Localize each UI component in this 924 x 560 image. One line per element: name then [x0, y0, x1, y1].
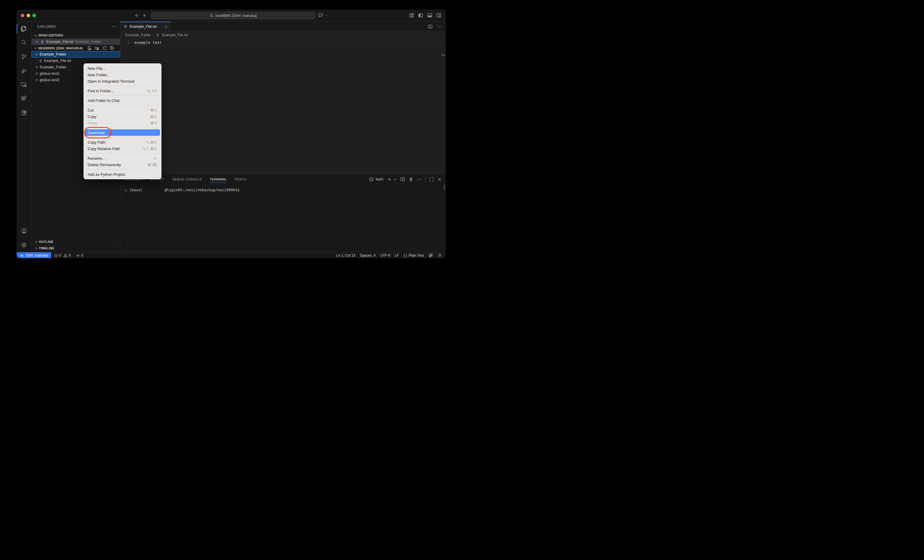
new-file-icon[interactable]	[87, 46, 92, 50]
kill-terminal-icon[interactable]	[409, 177, 413, 181]
extensions-icon	[21, 95, 27, 102]
close-window-button[interactable]	[21, 14, 24, 17]
breadcrumb-file[interactable]: Example_File.txt	[162, 33, 188, 37]
menu-item-rename[interactable]: Rename...↩	[85, 155, 160, 162]
menu-item-download[interactable]: Download...	[85, 129, 160, 136]
layout-customize-icon[interactable]	[409, 13, 414, 18]
tab-terminal[interactable]: TERMINAL	[210, 174, 227, 184]
code-line-text: example text	[134, 40, 162, 45]
sidebar-item-run-debug[interactable]	[16, 64, 31, 78]
ports-status[interactable]: 0	[76, 253, 83, 258]
menu-item-add-folder-to-chat[interactable]: Add Folder to Chat	[85, 97, 160, 104]
sidebar-item-extensions[interactable]	[16, 92, 31, 106]
indentation[interactable]: Spaces: 4	[360, 253, 375, 258]
menu-item-copy-path[interactable]: Copy Path⌥⌘C	[85, 139, 160, 145]
explorer-icon	[21, 25, 27, 32]
menu-item-copy[interactable]: Copy⌘C	[85, 113, 160, 120]
maximize-panel-icon[interactable]	[429, 177, 434, 181]
tab-ports[interactable]: PORTS	[235, 174, 246, 184]
split-editor-icon[interactable]	[428, 24, 432, 29]
remote-indicator[interactable]: SSH: mahuika	[16, 252, 51, 258]
more-actions-icon[interactable]	[437, 24, 441, 28]
open-editor-item[interactable]: Example_File.txt Example_Folder	[32, 39, 120, 45]
notifications-bell-icon[interactable]	[438, 253, 442, 258]
title-bar: nesi99991 [SSH: mahuika]	[16, 10, 446, 22]
outline-section[interactable]: OUTLINE	[32, 238, 120, 245]
menu-item-new-folder[interactable]: New Folder...	[85, 72, 160, 78]
menu-item-copy-relative-path[interactable]: Copy Relative Path⌥⇧⌘C	[85, 145, 160, 152]
sidebar-item-explorer[interactable]	[16, 22, 31, 36]
terminal-scrollbar[interactable]	[444, 185, 445, 190]
copilot-chat-icon[interactable]	[318, 13, 323, 18]
tab-debug-console[interactable]: DEBUG CONSOLE	[172, 174, 202, 184]
problems-status[interactable]: 0 0	[54, 253, 70, 258]
sidebar-title: EXPLORER	[38, 25, 56, 28]
ports-count: 0	[81, 253, 83, 258]
forward-arrow-icon[interactable]	[142, 13, 147, 18]
window-controls	[21, 14, 36, 17]
close-icon[interactable]	[164, 25, 168, 28]
settings-gear-icon	[21, 241, 27, 249]
warnings-count: 0	[69, 253, 70, 258]
chevron-down-icon	[34, 34, 37, 37]
breadcrumb[interactable]: Example_Folder › Example_File.txt	[120, 31, 446, 39]
chevron-down-icon[interactable]	[324, 14, 327, 17]
new-folder-icon[interactable]	[94, 46, 99, 50]
accounts-menu[interactable]	[16, 224, 31, 238]
breadcrumb-folder[interactable]: Example_Folder	[125, 33, 151, 37]
sidebar-item-remote-explorer[interactable]	[16, 78, 31, 92]
encoding[interactable]: UTF-8	[380, 253, 390, 258]
menu-item-add-as-python-project[interactable]: Add as Python Project	[85, 171, 160, 178]
menu-item-paste: Paste⌘V	[85, 120, 160, 126]
timeline-section[interactable]: TIMELINE	[32, 245, 120, 252]
toggle-panel-icon[interactable]	[427, 13, 432, 18]
collapse-all-icon[interactable]	[110, 46, 114, 50]
new-terminal-icon[interactable]	[387, 177, 392, 181]
copilot-disabled-icon[interactable]	[428, 253, 433, 258]
bottom-panel: PROBLEMS OUTPUT DEBUG CONSOLE TERMINAL P…	[120, 174, 446, 252]
eol-sequence[interactable]: LF	[395, 253, 399, 258]
tree-item-example-folder[interactable]: Example_Folder	[32, 51, 120, 57]
chevron-down-icon	[35, 52, 38, 56]
zoom-window-button[interactable]	[32, 14, 36, 17]
sidebar-item-github[interactable]	[16, 106, 31, 120]
refresh-icon[interactable]	[102, 46, 106, 50]
minimap-slider[interactable]	[441, 55, 446, 56]
menu-item-new-file[interactable]: New File...	[85, 65, 160, 72]
remote-icon	[20, 253, 24, 258]
tab-example-file[interactable]: Example_File.txt	[120, 22, 171, 31]
split-terminal-icon[interactable]	[400, 177, 405, 181]
breadcrumb-separator: ›	[153, 33, 154, 37]
chevron-right-icon	[35, 72, 38, 75]
terminal-picker-chevron-icon[interactable]	[394, 178, 397, 181]
minimize-window-button[interactable]	[27, 14, 30, 17]
menu-item-find-in-folder[interactable]: Find in Folder...⌥⇧F	[85, 88, 160, 94]
file-icon	[39, 59, 43, 63]
close-icon[interactable]	[35, 40, 39, 43]
menu-separator	[86, 153, 159, 154]
code-editor[interactable]: 1 example text	[120, 39, 446, 174]
menu-separator	[86, 169, 159, 170]
cursor-position[interactable]: Ln 1, Col 13	[336, 253, 356, 258]
menu-item-open-integrated-terminal[interactable]: Open in Integrated Terminal	[85, 78, 160, 84]
toggle-primary-sidebar-icon[interactable]	[418, 13, 423, 18]
sidebar-item-source-control[interactable]	[16, 49, 31, 64]
back-arrow-icon[interactable]	[134, 13, 139, 18]
open-editors-section[interactable]: OPEN EDITORS	[32, 32, 120, 39]
tree-item-example-file[interactable]: Example_File.txt	[32, 57, 120, 64]
sidebar-item-search[interactable]	[16, 36, 31, 49]
more-actions-icon[interactable]	[417, 177, 422, 181]
menu-item-cut[interactable]: Cut⌘X	[85, 107, 160, 113]
errors-icon	[54, 254, 58, 258]
tab-label: Example_File.txt	[130, 24, 156, 28]
menu-item-delete-permanently[interactable]: Delete Permanently⌘⌫	[85, 162, 160, 168]
close-panel-icon[interactable]	[438, 177, 441, 181]
language-mode[interactable]: { } Plain Text	[404, 253, 424, 258]
settings-menu[interactable]	[16, 238, 31, 252]
toggle-secondary-sidebar-icon[interactable]	[436, 13, 441, 18]
more-actions-icon[interactable]	[111, 24, 116, 28]
workspace-section-header[interactable]: NESI99991 [SSH: MAHUIKA]	[32, 45, 120, 51]
command-center-search[interactable]: nesi99991 [SSH: mahuika]	[151, 12, 315, 19]
terminal-instance[interactable]: bash	[369, 177, 384, 181]
terminal-content[interactable]: ○ (base) @login03:/nesi/nobackup/nesi999…	[120, 184, 446, 192]
